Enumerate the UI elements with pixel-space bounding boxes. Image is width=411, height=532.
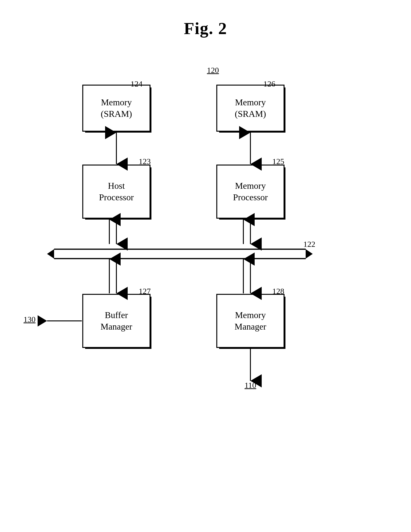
label-110: 110 <box>245 381 256 390</box>
label-130: 130 <box>24 315 36 324</box>
page-title: Fig. 2 <box>0 0 411 38</box>
svg-marker-14 <box>47 249 54 259</box>
label-122: 122 <box>303 240 315 249</box>
svg-marker-15 <box>306 249 313 259</box>
diagram-arrows <box>47 66 329 418</box>
